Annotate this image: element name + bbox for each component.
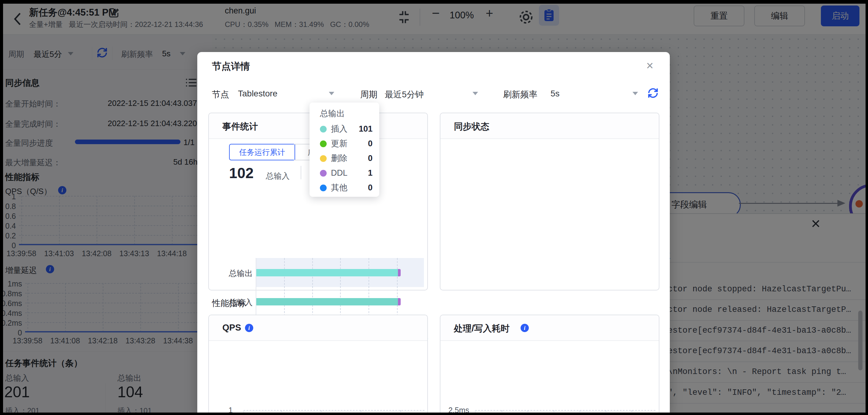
tooltip-row: 更新 0 xyxy=(320,136,373,151)
period-filter-caret-icon xyxy=(472,92,478,95)
tooltip-insert-dot xyxy=(320,126,327,132)
sync-status-title: 同步状态 xyxy=(454,121,489,133)
screen: 新任务@4:45:51 PM 全量+增量 最近一次启动时间：2022-12-21… xyxy=(0,0,868,415)
latency-panel-info-icon[interactable]: i xyxy=(521,324,529,332)
latency-panel: 处理/写入耗时 i 2.5ms 2ms 1.5ms xyxy=(440,315,659,415)
bar-in-insert[interactable] xyxy=(256,298,398,305)
qps-panel: QPS i 1 0.8 0.6 xyxy=(208,315,428,415)
bar-in-ddl[interactable] xyxy=(398,298,401,305)
tooltip-ddl-value: 1 xyxy=(368,168,373,178)
latency-panel-title: 处理/写入耗时 xyxy=(454,323,509,335)
node-details-modal: 节点详情 × 节点 Tablestore 周期 最近5分钟 刷新频率 5s 事件… xyxy=(197,52,670,415)
tooltip-update-dot xyxy=(320,141,327,147)
bar-out-ddl[interactable] xyxy=(398,269,401,276)
tooltip-other-value: 0 xyxy=(368,183,373,192)
modal-refresh-icon[interactable] xyxy=(646,86,660,100)
sync-status-panel: 同步状态 xyxy=(440,113,659,291)
period-filter-label: 周期 xyxy=(360,89,377,100)
tooltip-other-dot xyxy=(320,184,327,191)
period-filter-select[interactable]: 最近5分钟 xyxy=(385,89,424,100)
tooltip-insert-value: 101 xyxy=(359,124,373,134)
tooltip-row: 其他 0 xyxy=(320,180,373,195)
tooltip-delete-dot xyxy=(320,155,327,162)
modal-perf-title: 性能指标 xyxy=(212,297,246,309)
node-filter-select[interactable]: Tablestore xyxy=(238,89,277,98)
bar-chart-tooltip: 总输出 插入 101 更新 0 删除 0 DDL 1 其他 0 xyxy=(310,102,379,197)
node-filter-caret-icon xyxy=(329,92,334,95)
tooltip-update-value: 0 xyxy=(368,139,373,148)
qps-panel-title: QPS xyxy=(222,323,241,333)
modal-title: 节点详情 xyxy=(212,60,250,73)
refresh-filter-label: 刷新频率 xyxy=(503,89,537,100)
tooltip-row: DDL 1 xyxy=(320,166,373,180)
tooltip-title: 总输出 xyxy=(320,108,345,119)
bar-cat-out: 总输出 xyxy=(221,268,253,279)
qps-panel-header xyxy=(209,315,427,341)
bar-out-insert[interactable] xyxy=(256,269,398,276)
tooltip-row: 删除 0 xyxy=(320,151,373,166)
node-filter-label: 节点 xyxy=(212,89,229,100)
qps-panel-info-icon[interactable]: i xyxy=(245,324,253,332)
modal-close-icon[interactable]: × xyxy=(646,59,653,72)
refresh-filter-caret-icon xyxy=(632,92,638,95)
tooltip-ddl-dot xyxy=(320,170,327,177)
tooltip-row: 插入 101 xyxy=(320,121,373,136)
refresh-filter-select[interactable]: 5s xyxy=(551,89,560,98)
tooltip-delete-value: 0 xyxy=(368,154,373,163)
